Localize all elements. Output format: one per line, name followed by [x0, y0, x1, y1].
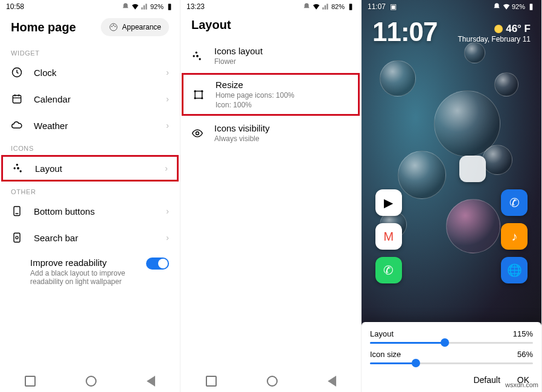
clock-widget[interactable]: 11:07: [372, 17, 438, 47]
resize-label: Resize: [215, 80, 349, 90]
svg-point-22: [194, 97, 196, 99]
svg-rect-6: [13, 95, 21, 103]
status-bar: 10:58 92%: [0, 0, 180, 13]
signal-icon: [141, 2, 149, 11]
chevron-right-icon: ›: [166, 206, 169, 216]
nav-recent-icon[interactable]: [25, 376, 36, 387]
iconsize-slider[interactable]: [370, 362, 533, 364]
row-bottombtns-label: Bottom buttons: [34, 206, 155, 217]
layout-slider[interactable]: [370, 342, 533, 344]
svg-point-2: [112, 26, 113, 27]
row-layout[interactable]: Layout ›: [1, 155, 179, 182]
svg-point-13: [16, 236, 18, 239]
layout-slider-row: Layout 115%: [370, 329, 533, 344]
row-weather-label: Weather: [34, 121, 155, 131]
chevron-right-icon: ›: [166, 68, 169, 77]
appearance-label: Appearance: [122, 23, 161, 31]
icons-layout-label: Icons layout: [214, 46, 350, 56]
music-icon[interactable]: ♪: [501, 223, 528, 250]
wifi-icon: [312, 2, 320, 11]
svg-point-16: [193, 55, 195, 57]
svg-point-21: [201, 90, 203, 92]
svg-point-7: [17, 167, 19, 169]
nav-recent-icon[interactable]: [386, 376, 397, 387]
layout-settings-panel: 13:23 82% Layout Icons layout Flower Res…: [180, 0, 362, 392]
page-title: Home page: [11, 21, 76, 34]
row-layout-label: Layout: [35, 163, 154, 174]
battery-icon: [165, 2, 174, 11]
svg-rect-11: [14, 207, 20, 216]
folder-icon[interactable]: [459, 156, 486, 182]
row-bottom-buttons[interactable]: Bottom buttons ›: [0, 198, 180, 224]
calendar-icon: [11, 92, 23, 106]
layout-icon: [12, 162, 24, 175]
icons-layout-sub: Flower: [214, 57, 350, 66]
section-widget: WIDGET: [0, 43, 180, 59]
bell-off-icon: [121, 2, 130, 11]
status-time: 13:23: [187, 2, 205, 11]
visibility-label: Icons visibility: [214, 123, 350, 133]
row-calendar[interactable]: Calendar ›: [0, 86, 180, 112]
row-clock-label: Clock: [34, 68, 155, 78]
browser-icon[interactable]: 🌐: [501, 257, 528, 283]
section-icons: ICONS: [0, 139, 180, 154]
row-icons-visibility[interactable]: Icons visibility Always visible: [180, 116, 361, 150]
wifi-icon: [131, 2, 139, 11]
clock-time: 11:07: [372, 17, 438, 47]
chevron-right-icon: ›: [166, 94, 169, 104]
row-improve-readability[interactable]: Improve readability Add a black layout t…: [0, 251, 180, 292]
svg-point-3: [113, 25, 114, 26]
whatsapp-icon[interactable]: ✆: [375, 257, 402, 283]
battery-percent: 82%: [331, 3, 345, 10]
bell-off-icon: [302, 2, 311, 11]
gmail-icon[interactable]: M: [375, 223, 402, 250]
row-calendar-label: Calendar: [34, 94, 155, 104]
nav-bar: [0, 370, 180, 392]
improve-toggle[interactable]: [146, 258, 169, 270]
row-weather[interactable]: Weather ›: [0, 112, 180, 139]
nav-back-icon[interactable]: [147, 376, 155, 387]
iconsize-slider-label: Icon size: [370, 350, 401, 359]
palette-icon: [109, 22, 118, 32]
layout-slider-label: Layout: [370, 329, 394, 338]
nav-home-icon[interactable]: [447, 376, 458, 387]
watermark: wsxdn.com: [505, 381, 538, 388]
resize-sub1: Home page icons: 100%: [215, 91, 349, 100]
status-time: 10:58: [6, 2, 24, 11]
nav-recent-icon[interactable]: [206, 376, 217, 387]
visibility-sub: Always visible: [214, 134, 350, 143]
row-resize[interactable]: Resize Home page icons: 100% Icon: 100%: [182, 73, 360, 116]
row-search-bar[interactable]: Search bar ›: [0, 224, 180, 251]
svg-point-10: [20, 170, 22, 172]
appearance-button[interactable]: Appearance: [101, 18, 169, 36]
svg-rect-0: [168, 4, 171, 10]
row-icons-layout[interactable]: Icons layout Flower: [180, 39, 361, 72]
nav-back-icon[interactable]: [328, 376, 336, 387]
status-icons: 82%: [302, 2, 355, 11]
nav-home-icon[interactable]: [267, 376, 278, 387]
resize-sub2: Icon: 100%: [215, 101, 349, 109]
improve-sub: Add a black layout to improve readabilit…: [30, 269, 135, 286]
signal-icon: [322, 2, 330, 11]
weather-widget[interactable]: 46° F Thursday, February 11: [458, 23, 531, 43]
svg-rect-19: [195, 91, 202, 98]
clock-icon: [11, 66, 23, 79]
phone-icon[interactable]: ✆: [501, 189, 528, 216]
svg-point-4: [115, 26, 116, 27]
searchbar-icon: [11, 231, 23, 244]
status-bar: 13:23 82%: [180, 0, 361, 13]
temp-value: 46° F: [506, 23, 531, 35]
play-store-icon[interactable]: ▶: [375, 189, 402, 216]
app-icon-grid: ▶ ✆ M ♪ ✆ 🌐: [372, 156, 531, 283]
dots-icon: [191, 49, 203, 63]
bottom-buttons-icon: [11, 204, 23, 218]
svg-point-9: [16, 164, 18, 166]
cloud-icon: [11, 119, 23, 132]
status-icons: 92%: [121, 2, 174, 11]
iconsize-slider-row: Icon size 56%: [370, 350, 533, 364]
homescreen-panel: 11:07 ▣ 92% 11:07 46° F Thursday, Februa…: [362, 0, 542, 392]
svg-point-18: [199, 58, 201, 60]
nav-home-icon[interactable]: [86, 376, 97, 387]
row-clock[interactable]: Clock ›: [0, 59, 180, 86]
homepage-settings-panel: 10:58 92% Home page Appearance WIDGET Cl…: [0, 0, 180, 392]
